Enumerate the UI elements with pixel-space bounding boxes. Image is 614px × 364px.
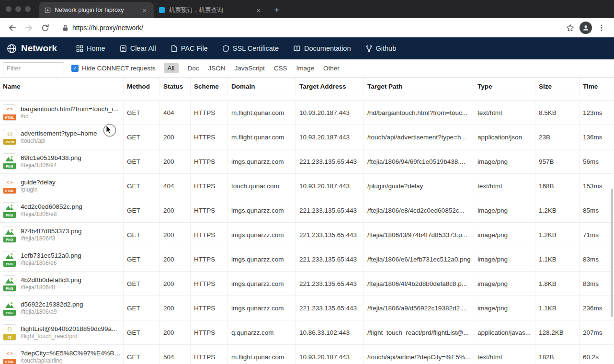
tab-favicon-icon xyxy=(159,7,165,13)
brand-logo[interactable]: Network xyxy=(7,43,57,54)
browser-menu-button[interactable] xyxy=(595,21,608,34)
request-path: /ftejia/1806/4f xyxy=(21,284,81,291)
window-controls[interactable] xyxy=(6,6,31,12)
cell-name: { }JSflightList@9b40b2018859dc99a.../fli… xyxy=(0,320,124,344)
table-row[interactable]: PNG1efb731ec512a0.png/ftejia/1806/e6GET2… xyxy=(0,247,614,271)
column-header-domain: Domain xyxy=(228,78,296,95)
cell-domain: touch.qunar.com xyxy=(228,174,296,198)
request-path: /ftejia/1806/e6 xyxy=(21,260,81,267)
book-icon xyxy=(293,45,301,52)
column-header-scheme: Scheme xyxy=(191,78,228,95)
table-row[interactable]: PNG4b2d8b0defa8c8.png/ftejia/1806/4fGET2… xyxy=(0,271,614,296)
cell-status: 200 xyxy=(160,320,191,344)
table-row[interactable]: < >HTMLbargaintouch.html?from=touch_i...… xyxy=(0,100,614,125)
tab-close-icon[interactable]: × xyxy=(141,6,148,14)
cell-domain: imgs.qunarzz.com xyxy=(228,198,296,222)
cell-status: 200 xyxy=(160,149,191,173)
forward-button[interactable] xyxy=(22,21,35,34)
hide-connect-label: Hide CONNECT requests xyxy=(82,65,156,72)
request-path: /flight_touch_react/prd xyxy=(21,333,117,340)
cell-domain: imgs.qunarzz.com xyxy=(228,272,296,296)
request-name: 974b4f7d853373.png xyxy=(21,227,82,235)
cell-scheme: HTTPS xyxy=(191,198,228,222)
filter-tab-image[interactable]: Image xyxy=(296,63,314,73)
table-row[interactable]: PNGd56922c19382d2.png/ftejia/1806/a9GET2… xyxy=(0,296,614,320)
table-row[interactable]: < >HTMLguide?delay/pluginGET404HTTPStouc… xyxy=(0,173,614,198)
cell-time: 85ms xyxy=(580,198,614,222)
table-row[interactable]: PNG974b4f7d853373.png/ftejia/1806/f3GET2… xyxy=(0,222,614,247)
request-name: guide?delay xyxy=(21,178,56,186)
filter-input[interactable] xyxy=(3,62,64,74)
html-file-icon: < >HTML xyxy=(3,349,16,364)
window-zoom-button[interactable] xyxy=(25,6,31,12)
filter-tab-all[interactable]: All xyxy=(164,63,179,73)
cell-size: 1.1KB xyxy=(535,296,580,320)
cell-size: 957B xyxy=(535,149,580,173)
tab-title: 机票预订，机票查询 xyxy=(169,6,251,14)
browser-tab-network-plugin[interactable]: Network plugin for hiproxy × xyxy=(39,2,153,18)
new-tab-button[interactable]: + xyxy=(270,3,284,17)
filter-tab-doc[interactable]: Doc xyxy=(188,63,199,73)
filter-tab-json[interactable]: JSON xyxy=(208,63,226,73)
table-row[interactable]: < >HTML?depCity=%E5%8C%97%E4%BA.../touch… xyxy=(0,344,614,364)
cell-time: 71ms xyxy=(580,223,614,247)
request-path: /ftejia/1806/a9 xyxy=(21,308,83,316)
request-name: bargaintouch.html?from=touch_i... xyxy=(21,105,119,113)
cell-status: 404 xyxy=(160,101,191,125)
hide-connect-checkbox[interactable]: ✓ xyxy=(71,65,79,72)
cell-size: 1.2KB xyxy=(535,198,580,222)
scrollbar-thumb[interactable] xyxy=(611,189,613,317)
cell-address: 10.86.33.102:443 xyxy=(296,320,364,344)
browser-tab-flight[interactable]: 机票预订，机票查询 × xyxy=(153,2,267,18)
cell-address: 221.233.135.65:443 xyxy=(296,247,364,271)
cell-domain: m.flight.qunar.com xyxy=(228,101,296,125)
column-header-target-path: Target Path xyxy=(364,78,474,95)
table-row[interactable]: PNG69fc1e0519b438.png/ftejia/1806/94GET2… xyxy=(0,149,614,173)
nav-item-clear-all[interactable]: Clear All xyxy=(120,45,156,52)
table-row[interactable]: { }JSflightList@9b40b2018859dc99a.../fli… xyxy=(0,320,614,344)
cell-size: 128.2KB xyxy=(535,320,580,344)
cell-target-path: /touch/api/airline/?depCity=%E5%... xyxy=(364,345,474,364)
column-header-time: Time xyxy=(580,78,614,95)
table-header: NameMethodStatusSchemeDomainTarget Addre… xyxy=(0,78,614,95)
png-file-icon: PNG xyxy=(3,275,16,292)
table-row[interactable]: PNG4cd2c0ed60852c.png/ftejia/1806/e8GET2… xyxy=(0,198,614,222)
request-name: 4b2d8b0defa8c8.png xyxy=(21,276,81,284)
cell-status: 200 xyxy=(160,223,191,247)
nav-item-label: Github xyxy=(376,45,397,52)
cell-status: 404 xyxy=(160,174,191,198)
back-button[interactable] xyxy=(6,21,19,34)
cell-name: PNG4b2d8b0defa8c8.png/ftejia/1806/4f xyxy=(0,272,124,296)
cell-scheme: HTTPS xyxy=(191,296,228,320)
cell-address: 10.93.20.187:443 xyxy=(296,101,364,125)
nav-item-home[interactable]: Home xyxy=(76,45,105,52)
cell-domain: q.qunarzz.com xyxy=(228,320,296,344)
png-file-icon: PNG xyxy=(3,202,16,218)
window-close-button[interactable] xyxy=(6,6,11,12)
bookmark-star-button[interactable] xyxy=(563,21,577,34)
cell-target-path: /ftejia/1806/a9/d56922c19382d2.... xyxy=(364,296,474,320)
cell-size: 1.8KB xyxy=(535,272,580,296)
cell-status: 504 xyxy=(160,345,191,364)
tab-close-icon[interactable]: × xyxy=(255,6,262,14)
cell-target-path: /ftejia/1806/e6/1efb731ec512a0.png xyxy=(364,247,474,271)
refresh-button[interactable] xyxy=(38,21,52,34)
nav-item-pac-file[interactable]: PAC File xyxy=(171,45,208,52)
browser-window: Network plugin for hiproxy × 机票预订，机票查询 ×… xyxy=(0,0,614,364)
address-bar[interactable]: https://hi.proxy/network/ xyxy=(57,21,557,35)
column-header-status: Status xyxy=(160,78,191,95)
table-row[interactable]: {:}JSONadvertisement?type=home/touch/api… xyxy=(0,125,614,149)
nav-item-documentation[interactable]: Documentation xyxy=(293,45,351,52)
cell-domain: imgs.qunarzz.com xyxy=(228,296,296,320)
profile-avatar[interactable] xyxy=(580,22,592,34)
nav-item-github[interactable]: Github xyxy=(365,45,397,52)
filter-tab-css[interactable]: CSS xyxy=(274,63,287,73)
filter-tab-javascript[interactable]: JavaScript xyxy=(235,63,265,73)
cell-method: GET xyxy=(124,223,160,247)
nav-item-ssl-certificate[interactable]: SSL Certificate xyxy=(222,45,279,52)
cell-target-path: /ftejia/1806/94/69fc1e0519b438.... xyxy=(364,149,474,173)
window-minimize-button[interactable] xyxy=(15,6,21,12)
nav-items: HomeClear AllPAC FileSSL CertificateDocu… xyxy=(76,45,396,52)
filter-tab-other[interactable]: Other xyxy=(323,63,340,73)
tab-strip: Network plugin for hiproxy × 机票预订，机票查询 ×… xyxy=(0,0,614,18)
